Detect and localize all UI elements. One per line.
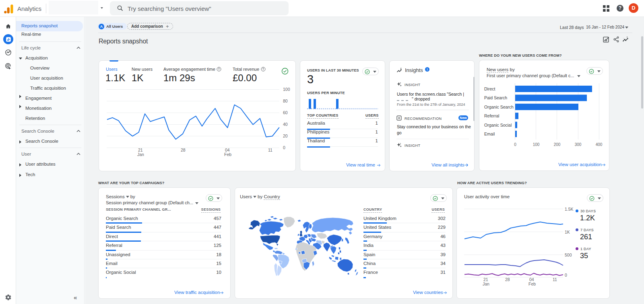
svg-text:Organic Social: Organic Social [484,123,512,127]
svg-text:Feb: Feb [528,281,536,286]
svg-text:Jan: Jan [137,152,144,157]
svg-text:0: 0 [514,142,516,147]
svg-text:Feb: Feb [224,152,231,157]
svg-text:0: 0 [283,145,285,150]
svg-text:0: 0 [565,273,567,277]
svg-text:Paid Search: Paid Search [484,95,507,100]
svg-text:28: 28 [505,277,510,282]
svg-text:Email: Email [484,131,495,136]
svg-text:Referral: Referral [484,113,499,118]
svg-text:11: 11 [268,148,272,152]
svg-text:Organic Search: Organic Search [484,105,514,109]
svg-text:100: 100 [283,87,290,92]
svg-text:1.5K: 1.5K [565,207,574,212]
svg-text:Direct: Direct [484,86,495,91]
svg-text:1K: 1K [565,230,570,234]
svg-text:11: 11 [553,277,557,282]
svg-text:Jan: Jan [483,281,489,286]
svg-text:300: 300 [575,142,582,147]
svg-text:40: 40 [283,122,288,127]
svg-text:100: 100 [533,142,540,147]
svg-text:80: 80 [283,99,288,103]
svg-text:400: 400 [596,142,603,147]
svg-text:60: 60 [283,110,288,115]
svg-text:20: 20 [283,134,288,138]
svg-text:200: 200 [554,142,561,147]
svg-text:500: 500 [565,253,572,257]
svg-text:28: 28 [181,148,186,152]
